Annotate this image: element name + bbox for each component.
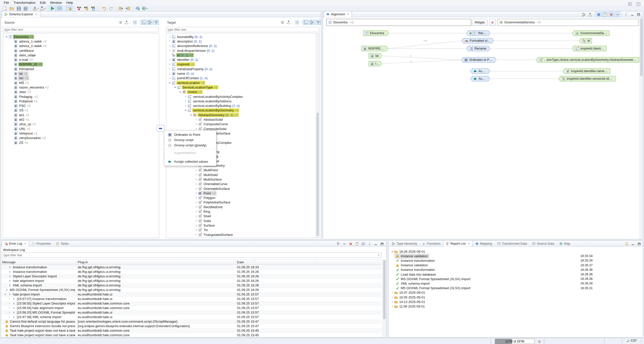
column-plugin[interactable]: Plug-in bbox=[77, 260, 236, 265]
alignment-node-ordinates[interactable]: Ordinates to Point bbox=[461, 57, 497, 63]
memory-gauge[interactable]: 127M of 297M bbox=[495, 339, 535, 344]
toolbar-cellssync-button[interactable] bbox=[90, 6, 96, 12]
log-row[interactable]: MS OOXML Format Spreadsheet (XLSX) impor… bbox=[1, 287, 382, 292]
tree-item-serviceLocation[interactable]: serviceLocation×2 bbox=[166, 80, 319, 85]
alignment-node-nilreason[interactable]: inspireId.Identifier.versionId.nilReason bbox=[558, 76, 616, 81]
toolbar-mapview-button[interactable] bbox=[56, 6, 63, 12]
errorlog-tool-ebook[interactable] bbox=[360, 241, 366, 246]
source-viewtool-export[interactable] bbox=[124, 20, 129, 25]
tree-item-ZŠ[interactable]: ZŠ×2 bbox=[3, 140, 159, 145]
tree-item-AbstractGeometry[interactable]: AbstractGeometry(0..1)×2 bbox=[166, 113, 319, 117]
menu-item-assign-collected-values[interactable]: Assign collected values bbox=[164, 159, 216, 164]
log-row[interactable]: [15:56:55] Styled Layer Descriptor impor… bbox=[1, 301, 382, 306]
log-row[interactable]: hale alignment import de.fhg.igd.slf4jpl… bbox=[1, 278, 382, 283]
tree-item-tel1[interactable]: tel1×2 bbox=[3, 113, 159, 117]
tree-item-descriptionReference[interactable]: descriptionReference(0..1) bbox=[166, 44, 319, 48]
report-item[interactable]: Load data into database 16:26.36 bbox=[395, 272, 642, 277]
target-viewtool-complex[interactable] bbox=[303, 20, 308, 25]
log-row[interactable]: Instance transformation de.fhg.igd.slf4j… bbox=[1, 265, 382, 270]
tree-item-certifikace[interactable]: certifikace bbox=[3, 48, 159, 53]
errorlog-tool-max[interactable] bbox=[379, 241, 385, 246]
sync-icon[interactable] bbox=[624, 241, 629, 246]
tree-item-MŠ[interactable]: MŠ×2 bbox=[3, 80, 159, 85]
close-icon[interactable] bbox=[35, 13, 38, 16]
tree-item-ulice_cp[interactable]: ulice_cp×2 bbox=[3, 122, 159, 126]
tree-item-CompositeCurve[interactable]: CompositeCurve bbox=[166, 122, 319, 126]
toolbar-undo-button[interactable] bbox=[101, 6, 107, 12]
errorlog-tool-efilter[interactable] bbox=[335, 241, 341, 246]
tab-functions[interactable]: Functions bbox=[420, 240, 443, 246]
tree-item-ServiceLocationType[interactable]: ServiceLocationType×2 bbox=[166, 85, 319, 90]
maximize-icon[interactable] bbox=[636, 241, 642, 246]
report-item[interactable]: Instance transformation 16:26.36 bbox=[395, 268, 642, 272]
log-row[interactable]: Cannot find default script language for … bbox=[1, 319, 382, 324]
menu-item-groovy-script-greedy-[interactable]: Groovy script (greedy) bbox=[164, 143, 216, 148]
source-viewtool-rename[interactable] bbox=[117, 20, 123, 25]
tree-item-serviceLocationByActivityComplex[interactable]: serviceLocationByActivityComplex bbox=[166, 94, 319, 99]
garbage-collect-button[interactable] bbox=[536, 338, 543, 344]
menu-item-augmentations[interactable]: Augmentations bbox=[164, 150, 216, 155]
source-viewtool-complex[interactable] bbox=[141, 20, 146, 25]
report-item[interactable]: Instance transformation 16:33.34 bbox=[395, 258, 642, 263]
log-row[interactable]: Task hale project export does not have a… bbox=[1, 328, 382, 333]
tab-error-log[interactable]: Error Log bbox=[2, 240, 29, 246]
errorlog-tool-edelx[interactable] bbox=[348, 241, 353, 246]
log-row[interactable]: [15:56:54] hale alignment import eu.esdi… bbox=[1, 306, 382, 310]
tree-item-Polygon[interactable]: Polygon bbox=[166, 196, 319, 200]
toolbar-tbll-button[interactable] bbox=[125, 6, 131, 12]
report-group[interactable]: 14:13 2025-09-01 bbox=[390, 299, 642, 304]
tree-item-Surface[interactable]: Surface bbox=[166, 223, 319, 228]
alignment-node-lon[interactable]: lon bbox=[369, 61, 382, 66]
alignment-node-inspire[interactable]: INSPIRE_ID bbox=[361, 46, 388, 51]
column-date[interactable]: Date⌄ bbox=[236, 260, 316, 265]
alignment-node-retype[interactable]: Retype bbox=[466, 30, 491, 36]
target-viewtool-hier[interactable] bbox=[309, 20, 315, 25]
target-viewtool-export[interactable] bbox=[286, 20, 291, 25]
alignment-node-gov[interactable]: GovernmentalService bbox=[572, 30, 610, 36]
clear-filter-icon[interactable]: ✕ bbox=[376, 253, 381, 257]
tree-item-choice[interactable]: choice×2 bbox=[166, 90, 319, 94]
toolbar-cells-button[interactable] bbox=[76, 6, 82, 12]
tree-item-Pedagog.[interactable]: Pedagog.×2 bbox=[3, 94, 159, 99]
toolbar-open-button[interactable] bbox=[8, 6, 15, 12]
tree-item-inspireId[interactable]: inspireId×2 bbox=[166, 62, 319, 67]
alignment-node-rename[interactable]: Rename bbox=[466, 46, 491, 51]
menu-item-ordinates-to-point[interactable]: Ordinates to Point bbox=[164, 132, 216, 137]
tree-item-Shell[interactable]: Shell bbox=[166, 214, 319, 219]
tree-item-serviceLocationByAddress[interactable]: serviceLocationByAddress bbox=[166, 99, 319, 103]
tree-item-OrientableCurve[interactable]: OrientableCurve bbox=[166, 182, 319, 186]
tree-item-MultiPoint[interactable]: MultiPoint bbox=[166, 168, 319, 173]
tab-mapping[interactable]: Mapping bbox=[473, 240, 495, 246]
menu-window[interactable]: Window bbox=[48, 0, 64, 5]
alignment-node-assign2[interactable]: Assign bbox=[470, 76, 490, 81]
tree-item-identifier[interactable]: identifier(0..1) bbox=[166, 58, 319, 62]
errorlog-tool-min[interactable] bbox=[373, 241, 379, 246]
source-viewtool-type[interactable] bbox=[132, 20, 138, 25]
tree-item-description[interactable]: description(0..1) bbox=[166, 39, 319, 44]
tree-item-nazev_ekocentra[interactable]: nazev_ekocentra×2 bbox=[3, 85, 159, 90]
tree-item-MultiSolid[interactable]: MultiSolid bbox=[166, 173, 319, 177]
log-row[interactable]: Gemini Blueprint extensions bundle not p… bbox=[1, 324, 382, 328]
tree-item-Solid[interactable]: Solid bbox=[166, 219, 319, 223]
tree-item-Klimatické[interactable]: Klimatické bbox=[3, 67, 159, 71]
menu-transformation[interactable]: Transformation bbox=[11, 0, 38, 5]
tree-item-URL[interactable]: URL×2 bbox=[3, 126, 159, 131]
minimize-icon[interactable] bbox=[630, 241, 636, 246]
errorlog-tool-echev[interactable] bbox=[341, 241, 347, 246]
tree-item-Ekocentra[interactable]: Ekocentra×2 bbox=[3, 34, 159, 39]
tree-item-Tin[interactable]: Tin bbox=[166, 228, 319, 232]
errorlog-tool-dots[interactable] bbox=[367, 241, 372, 246]
tree-item-lon[interactable]: lon×2 bbox=[3, 76, 159, 80]
tree-item-Pobytové[interactable]: Pobytové×1 bbox=[3, 99, 159, 103]
menu-file[interactable]: File bbox=[2, 0, 11, 5]
alignment-node-identifier[interactable]: inspireId.Identifier bbox=[572, 46, 607, 51]
tab-properties[interactable]: Properties bbox=[29, 240, 53, 246]
report-group[interactable]: 16:26 2025-09-01 bbox=[390, 249, 642, 254]
tree-item-Ring[interactable]: Ring bbox=[166, 209, 319, 214]
alignment-node-idnode[interactable]: id bbox=[579, 38, 592, 44]
log-row[interactable]: Task hale project export does not have a… bbox=[1, 333, 382, 337]
report-group[interactable]: 15:05 2025-09-01 bbox=[390, 295, 642, 299]
scrollbar-thumb[interactable] bbox=[640, 18, 642, 76]
tree-item-TriangulatedSurface[interactable]: TriangulatedSurface bbox=[166, 232, 319, 237]
tree-item-lat[interactable]: lat×2 bbox=[3, 71, 159, 76]
